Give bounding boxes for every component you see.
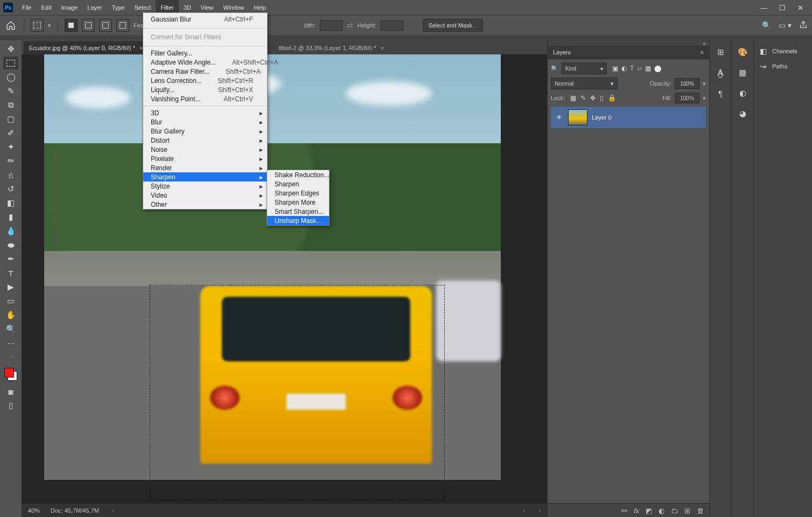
trash-icon[interactable]: 🗑 — [697, 507, 704, 515]
menu-item[interactable]: Vanishing Point...Alt+Ctrl+V — [143, 94, 267, 103]
menu-item-distort[interactable]: Distort▸ — [143, 136, 267, 145]
workspace-switcher[interactable]: ▭ ▾ — [779, 21, 792, 30]
quick-mask[interactable]: ◙ — [3, 385, 18, 398]
menu-item-video[interactable]: Video▸ — [143, 191, 267, 200]
adjust-icon[interactable]: ◐ — [659, 507, 664, 515]
submenu-item[interactable]: Smart Sharpen... — [267, 207, 329, 216]
zoom-level[interactable]: 40% — [28, 507, 40, 514]
menu-layer[interactable]: Layer — [82, 0, 107, 15]
scroll-left-icon[interactable]: ‹ — [523, 507, 525, 514]
submenu-item[interactable]: Sharpen More — [267, 198, 329, 207]
lock-all-icon[interactable]: ▦ — [570, 94, 576, 102]
clone-tool[interactable]: ⎌ — [3, 169, 18, 181]
eyedropper-tool[interactable]: ✐ — [3, 127, 18, 139]
filter-toggle-icon[interactable]: ⬤ — [654, 65, 661, 72]
menu-edit[interactable]: Edit — [37, 0, 57, 15]
fx-icon[interactable]: fx — [634, 507, 639, 515]
fill-input[interactable]: 100% — [675, 93, 699, 103]
screen-mode[interactable]: ▯ — [3, 399, 18, 412]
filter-adjust-icon[interactable]: ◐ — [621, 65, 627, 72]
marquee-tool-preset[interactable] — [31, 19, 44, 32]
menu-item[interactable]: Lens Correction...Shift+Ctrl+R — [143, 76, 267, 85]
color-icon[interactable]: 🎨 — [736, 46, 749, 59]
selection-add[interactable] — [82, 19, 95, 32]
document-tab[interactable]: titled-2 @ 33,3% (Layer 1, RGB/8#) *× — [273, 41, 389, 54]
lock-pos-icon[interactable]: ✥ — [590, 94, 596, 102]
type-tool[interactable]: T — [3, 267, 18, 280]
selection-new[interactable] — [65, 19, 78, 32]
edit-toolbar[interactable]: ⋯ — [3, 351, 18, 364]
color-swatches[interactable] — [4, 368, 17, 381]
brush-tool[interactable]: ✏ — [3, 155, 18, 167]
layer-row[interactable]: 👁 Layer 0 — [551, 107, 706, 128]
menu-item-other[interactable]: Other▸ — [143, 200, 267, 209]
select-and-mask-button[interactable]: Select and Mask... — [423, 19, 484, 32]
filter-shape-icon[interactable]: ▱ — [637, 65, 642, 72]
menu-item-render[interactable]: Render▸ — [143, 163, 267, 172]
maximize-button[interactable]: ☐ — [779, 4, 786, 12]
menu-item-convert-smart[interactable]: Convert for Smart Filters — [143, 31, 267, 44]
link-icon[interactable]: ⚯ — [621, 507, 627, 515]
channels-panel-button[interactable]: ◧Channels — [754, 44, 812, 59]
menu-item-noise[interactable]: Noise▸ — [143, 145, 267, 154]
pen-tool[interactable]: ✒ — [3, 253, 18, 266]
menu-item-3d[interactable]: 3D▸ — [143, 108, 267, 117]
close-tab-icon[interactable]: × — [381, 45, 384, 51]
opacity-input[interactable]: 100% — [675, 78, 699, 89]
width-input[interactable] — [320, 20, 342, 31]
minimize-button[interactable]: — — [760, 4, 767, 12]
panel-collapse[interactable]: » — [548, 40, 709, 46]
lasso-tool[interactable]: ◯ — [3, 71, 18, 83]
menu-item-pixelate[interactable]: Pixelate▸ — [143, 154, 267, 163]
hand-tool[interactable]: ✋ — [3, 309, 18, 322]
submenu-item[interactable]: Sharpen — [267, 179, 329, 188]
selection-subtract[interactable] — [99, 19, 112, 32]
healing-tool[interactable]: ✦ — [3, 141, 18, 153]
layer-filter-kind[interactable]: Kind▾ — [562, 62, 607, 74]
more-tools[interactable]: ⋯ — [3, 337, 18, 350]
search-icon[interactable]: 🔍 — [762, 21, 771, 30]
panel-menu-icon[interactable]: ≡ — [701, 49, 704, 55]
crop-tool[interactable]: ⧉ — [3, 99, 18, 111]
shape-tool[interactable]: ▭ — [3, 295, 18, 308]
move-tool[interactable]: ✥ — [3, 43, 18, 55]
menu-file[interactable]: File — [17, 0, 37, 15]
swatches-icon[interactable]: ▦ — [736, 66, 749, 79]
visibility-icon[interactable]: 👁 — [554, 114, 564, 121]
menu-item[interactable]: Filter Gallery... — [143, 48, 267, 58]
submenu-item[interactable]: Unsharp Mask... — [267, 216, 329, 225]
adjustments-icon[interactable]: ◐ — [736, 87, 749, 100]
height-input[interactable] — [381, 20, 403, 31]
paths-panel-button[interactable]: ↝Paths — [754, 59, 812, 74]
dodge-tool[interactable]: ⬬ — [3, 239, 18, 251]
submenu-item[interactable]: Shake Reduction... — [267, 170, 329, 179]
menu-type[interactable]: Type — [107, 0, 130, 15]
layer-name[interactable]: Layer 0 — [592, 114, 612, 121]
group-icon[interactable]: 🗀 — [671, 507, 678, 515]
path-select-tool[interactable]: ▶ — [3, 281, 18, 294]
marquee-tool[interactable] — [3, 57, 18, 69]
menu-item[interactable]: Camera Raw Filter...Shift+Ctrl+A — [143, 67, 267, 76]
home-button[interactable] — [4, 19, 17, 32]
layer-thumbnail[interactable] — [568, 109, 587, 125]
swap-icon[interactable]: ⇄ — [347, 21, 353, 30]
menu-item-blur-gallery[interactable]: Blur Gallery▸ — [143, 127, 267, 136]
lock-icon[interactable]: 🔒 — [608, 94, 616, 102]
selection-intersect[interactable] — [116, 19, 129, 32]
chevron-right-icon[interactable]: › — [112, 507, 114, 514]
menu-item-last-filter[interactable]: Gaussian BlurAlt+Ctrl+F — [143, 13, 267, 26]
layers-tab[interactable]: Layers≡ — [548, 46, 709, 59]
close-button[interactable]: ✕ — [797, 4, 803, 12]
menu-item[interactable]: Liquify...Shift+Ctrl+X — [143, 85, 267, 94]
blur-tool[interactable]: 💧 — [3, 225, 18, 237]
blend-mode-select[interactable]: Normal▾ — [551, 78, 618, 89]
properties-icon[interactable]: ⊞ — [714, 46, 727, 59]
paragraph-icon[interactable]: ¶ — [714, 87, 727, 100]
filter-type-icon[interactable]: T — [630, 65, 634, 72]
styles-icon[interactable]: ◕ — [736, 107, 749, 120]
history-brush-tool[interactable]: ↺ — [3, 183, 18, 195]
new-layer-icon[interactable]: ⊞ — [684, 507, 690, 515]
character-icon[interactable]: A̲ — [714, 66, 727, 79]
menu-item-stylize[interactable]: Stylize▸ — [143, 181, 267, 191]
scroll-right-icon[interactable]: › — [538, 507, 541, 514]
